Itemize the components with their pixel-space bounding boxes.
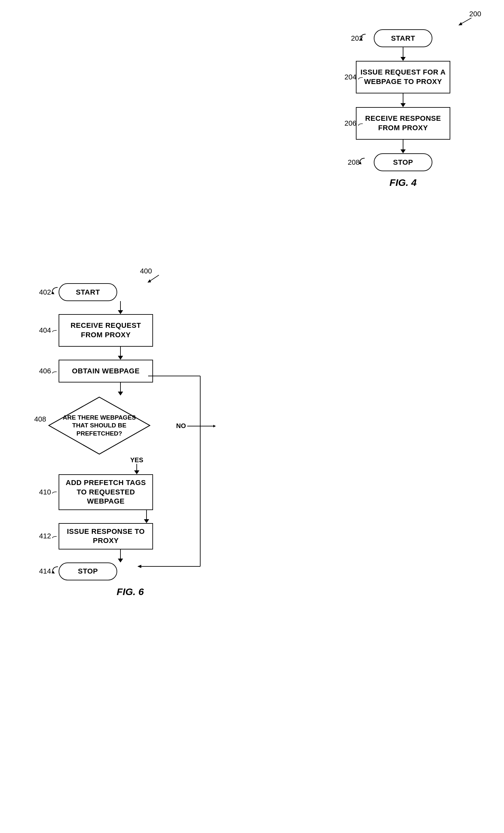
fig6-step408-text: ARE THERE WEBPAGES THAT SHOULD BE PREFET…	[62, 413, 137, 437]
fig6-no-arrow	[187, 424, 217, 428]
fig6-stop-node: STOP	[58, 563, 117, 580]
fig6-arrow-5	[118, 549, 123, 563]
fig4-stop-arrow	[358, 157, 368, 166]
fig6-step408-diamond: ARE THERE WEBPAGES THAT SHOULD BE PREFET…	[47, 396, 151, 456]
fig6-step404: RECEIVE REQUEST FROM PROXY	[58, 314, 153, 347]
fig6-label-404: 404	[39, 326, 51, 335]
fig6-step406: OBTAIN WEBPAGE	[58, 360, 153, 382]
diagram-container: 200 202 START	[0, 0, 504, 833]
fig4-start-node: START	[374, 29, 432, 47]
fig4-label-204: 204	[344, 73, 357, 81]
fig4-arrow-2	[401, 93, 406, 107]
fig4-label-206: 206	[344, 119, 357, 127]
fig6-410-curv	[51, 490, 57, 494]
fig6-arrow-3	[118, 382, 123, 396]
fig4-arrow-3	[401, 140, 406, 153]
fig6-stop-arrow	[51, 565, 61, 575]
fig4-diagram: 200 202 START	[322, 10, 484, 188]
fig6-yes-label: YES	[130, 456, 143, 464]
fig4-step204: ISSUE REQUEST FOR A WEBPAGE TO PROXY	[356, 61, 450, 93]
fig6-merge-arrow	[55, 510, 238, 523]
fig6-label-410: 410	[39, 488, 51, 496]
fig6-no-branch: NO	[176, 422, 217, 430]
fig6-stop-row: 414 STOP	[39, 563, 221, 580]
svg-marker-1	[458, 22, 462, 25]
fig4-stop-node: STOP	[374, 153, 432, 171]
svg-line-0	[460, 18, 472, 24]
fig6-step410: ADD PREFETCH TAGS TO REQUESTED WEBPAGE	[58, 474, 153, 510]
fig6-no-label: NO	[176, 422, 186, 430]
fig6-ref-arrow	[146, 273, 162, 283]
fig4-204-arrow	[357, 75, 363, 79]
fig6-step412-row: 412 ISSUE RESPONSE TO PROXY	[39, 523, 221, 549]
fig6-412-curv	[51, 535, 57, 538]
fig6-flow: 402 START 404 RECEIVE REQUEST FROM PROXY	[20, 283, 221, 597]
fig6-404-curv	[51, 329, 57, 332]
svg-marker-9	[213, 425, 216, 427]
svg-marker-6	[51, 292, 54, 294]
fig6-arrow-2	[118, 347, 123, 360]
fig6-406-curv	[51, 370, 57, 373]
fig6-start-arrow	[50, 286, 60, 295]
fig4-ref-arrow	[455, 16, 475, 26]
fig6-label-414: 414	[39, 567, 51, 575]
fig6-step412: ISSUE RESPONSE TO PROXY	[58, 523, 153, 549]
fig4-step206: RECEIVE RESPONSE FROM PROXY	[356, 107, 450, 140]
fig6-yes-branch: YES	[130, 456, 143, 474]
fig6-start-node: START	[58, 283, 117, 301]
fig6-label-408: 408	[34, 415, 46, 424]
fig4-arrow-1	[401, 47, 406, 61]
fig6-step410-row: 410 ADD PREFETCH TAGS TO REQUESTED WEBPA…	[39, 474, 221, 510]
fig6-label-406: 406	[39, 367, 51, 375]
fig6-label-412: 412	[39, 532, 51, 540]
svg-marker-10	[51, 571, 55, 574]
fig6-label-402: 402	[39, 288, 51, 296]
fig4-flow: 202 START 204 ISSUE REQUEST FOR A WE	[322, 29, 484, 188]
fig4-start-arrow	[359, 32, 369, 42]
fig6-title: FIG. 6	[117, 586, 144, 597]
fig4-206-arrow	[357, 122, 363, 126]
fig6-diagram: 400 402 START 404	[20, 267, 221, 597]
svg-line-4	[149, 275, 159, 282]
fig4-title: FIG. 4	[389, 177, 416, 188]
fig6-arrow-1	[118, 301, 123, 314]
